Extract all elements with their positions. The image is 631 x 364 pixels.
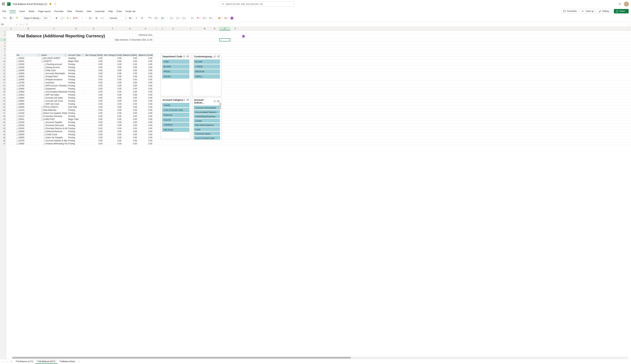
more-font-button[interactable]: ⋯ (80, 16, 84, 20)
table-header[interactable]: Account Type▾ (68, 54, 85, 56)
row-header-28[interactable]: 28 (0, 115, 6, 118)
outline-toggle-icon[interactable]: − (44, 140, 46, 142)
outline-toggle-icon[interactable]: − (17, 100, 18, 102)
col-header-I[interactable]: I (153, 27, 160, 30)
row-header-12[interactable]: 12 (0, 66, 6, 69)
outline-toggle-icon[interactable]: − (17, 85, 18, 87)
slicer-scrollbar[interactable] (219, 102, 221, 138)
ribbon-expand-button[interactable]: ⌄ (624, 16, 628, 20)
row-header-17[interactable]: 17 (0, 81, 6, 84)
slicer-item[interactable]: SALES (162, 74, 189, 78)
row-header-8[interactable]: 8 (0, 54, 6, 57)
row-header-37[interactable]: 37 (0, 142, 6, 145)
fx-icon[interactable]: fx (26, 23, 28, 26)
multiselect-icon[interactable]: ☑ (214, 55, 216, 58)
slicer-item[interactable]: Cash (194, 128, 220, 131)
slicer-item[interactable]: Accounts Receivable (194, 106, 220, 110)
table-header[interactable]: Net Change (Debit) (85, 54, 103, 56)
filter-arrow-icon[interactable]: ▾ (65, 54, 67, 56)
slicer-item[interactable]: Common Stock (194, 132, 220, 135)
outline-toggle-icon[interactable]: − (44, 79, 46, 81)
slicer-item[interactable]: Assets (162, 103, 189, 107)
col-header-A[interactable]: A (6, 27, 16, 30)
outline-toggle-icon[interactable]: − (17, 143, 18, 145)
row-header-36[interactable]: 36 (0, 139, 6, 142)
multiselect-icon[interactable]: ☑ (183, 55, 185, 58)
row-header-6[interactable]: 6 (0, 48, 6, 50)
share-button[interactable]: Share▾ (614, 9, 628, 14)
sheet-tab[interactable]: TrialBalanceData (57, 360, 77, 364)
outline-toggle-icon[interactable]: − (44, 82, 46, 84)
outline-toggle-icon[interactable]: − (44, 137, 46, 139)
row-header-26[interactable]: 26 (0, 108, 6, 112)
multiselect-icon[interactable]: ☑ (214, 100, 216, 102)
menu-page-layout[interactable]: Page Layout (38, 10, 51, 12)
outline-toggle-icon[interactable]: − (44, 70, 46, 72)
row-header-9[interactable]: 9 (0, 57, 6, 60)
outline-toggle-icon[interactable]: − (17, 131, 18, 133)
outline-toggle-icon[interactable]: − (17, 106, 18, 108)
table-header[interactable]: No.▾ (16, 54, 41, 56)
row-header-7[interactable]: 7 (0, 50, 6, 54)
add-sheet-button[interactable]: ＋ (78, 360, 81, 363)
undo-button[interactable]: ▾ (3, 16, 8, 20)
row-header-10[interactable]: 10 (0, 60, 6, 63)
conditional-formatting-button[interactable]: ▾ (148, 16, 153, 20)
outline-toggle-icon[interactable]: − (44, 94, 46, 96)
copilot-button[interactable] (230, 16, 234, 20)
outline-toggle-icon[interactable]: − (44, 125, 46, 126)
row-header-33[interactable]: 33 (0, 130, 6, 133)
menu-view[interactable]: View (87, 10, 91, 12)
menu-formulas[interactable]: Formulas (54, 10, 64, 12)
sort-filter-button[interactable]: ▾ (202, 16, 207, 20)
menu-data[interactable]: Data (67, 10, 72, 12)
outline-toggle-icon[interactable]: − (44, 85, 46, 87)
outline-toggle-icon[interactable]: − (42, 113, 43, 114)
col-header-H[interactable]: H (138, 27, 153, 30)
currency-button[interactable]: $€▾ (128, 16, 133, 20)
row-header-13[interactable]: 13 (0, 69, 6, 72)
row-header-16[interactable]: 16 (0, 78, 6, 81)
clear-filter-icon[interactable]: ⌫ (186, 99, 189, 101)
outline-toggle-icon[interactable]: − (44, 67, 46, 68)
slicer-item[interactable]: Cost of Goods Sold (194, 136, 220, 140)
sheet-tab[interactable]: Trial Balance (ACY) (35, 360, 57, 364)
outline-toggle-icon[interactable]: − (17, 97, 18, 99)
name-box[interactable]: O3▾ (0, 22, 18, 27)
wrap-text-button[interactable] (94, 16, 99, 20)
cells-area[interactable]: Trial Balance (Additional Reporting Curr… (6, 30, 631, 359)
clear-filter-icon[interactable]: ⌫ (217, 55, 220, 58)
col-header-E[interactable]: E (85, 27, 103, 30)
outline-toggle-icon[interactable]: − (17, 137, 18, 139)
slicer-item[interactable]: Accumulated Depreci... (194, 110, 220, 114)
search-box[interactable]: Search for tools, help, and more (Alt + … (220, 1, 294, 7)
slicer-item[interactable]: LARGE (194, 64, 220, 69)
slicer[interactable]: Account Subcat...☑⌫Accounts ReceivableAc… (192, 97, 221, 139)
col-header-N[interactable]: N (210, 27, 219, 30)
outline-toggle-icon[interactable]: − (17, 119, 18, 120)
col-header-L[interactable]: L (182, 27, 200, 30)
select-all-corner[interactable] (0, 27, 6, 30)
outline-toggle-icon[interactable]: − (17, 64, 18, 66)
row-header-32[interactable]: 32 (0, 127, 6, 130)
col-header-C[interactable]: C (41, 27, 68, 30)
outline-toggle-icon[interactable]: − (17, 116, 18, 118)
col-header-D[interactable]: D (68, 27, 85, 30)
row-header-5[interactable]: 5 (0, 44, 6, 48)
insert-cells-button[interactable]: +▾ (169, 16, 174, 20)
sensitivity-icon[interactable] (49, 2, 52, 6)
fill-color-button[interactable]: ▾ (66, 16, 71, 20)
row-header-34[interactable]: 34 (0, 133, 6, 136)
col-header-B[interactable]: B (16, 27, 41, 30)
outline-toggle-icon[interactable]: − (44, 134, 46, 136)
formula-expand-icon[interactable]: ⌄ (627, 24, 631, 25)
outline-toggle-icon[interactable]: − (17, 125, 18, 126)
outline-toggle-icon[interactable]: − (42, 58, 43, 59)
menu-draw[interactable]: Draw (117, 10, 122, 12)
editing-mode-button[interactable]: Editing▾ (597, 9, 612, 14)
menu-home[interactable]: Home (10, 10, 16, 13)
filter-arrow-icon[interactable]: ▾ (82, 54, 84, 56)
slicer-item[interactable]: Cost of Goods Sold (162, 108, 189, 112)
outline-toggle-icon[interactable]: − (44, 97, 46, 99)
outline-toggle-icon[interactable]: − (17, 122, 18, 124)
